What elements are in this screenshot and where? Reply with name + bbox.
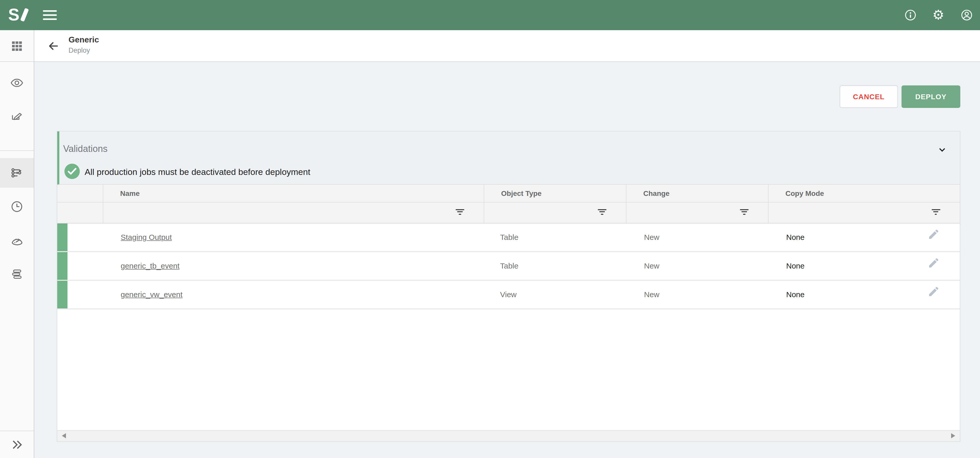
- validations-title: Validations: [63, 143, 107, 154]
- back-arrow-icon[interactable]: [47, 40, 59, 52]
- menu-icon[interactable]: [43, 10, 57, 20]
- sidebar-divider: [0, 150, 34, 151]
- page-title: Generic: [68, 35, 99, 45]
- header-cell-object-type[interactable]: Object Type: [484, 184, 627, 202]
- filter-cell-indicator: [57, 202, 103, 223]
- copy-mode-value: None: [786, 252, 805, 280]
- row-status-indicator: [57, 280, 67, 308]
- sidebar-item-edit[interactable]: [0, 104, 34, 129]
- sidebar-item-apps[interactable]: [0, 33, 34, 59]
- copy-mode-value: None: [786, 223, 805, 251]
- object-type-value: Table: [500, 223, 519, 251]
- edit-pencil-icon[interactable]: [928, 228, 940, 240]
- history-clock-icon: [10, 200, 24, 213]
- validation-message: All production jobs must be deactivated …: [84, 167, 310, 177]
- change-value: New: [644, 280, 659, 308]
- apps-grid-icon: [11, 40, 23, 52]
- left-sidebar: [0, 30, 34, 458]
- page-header: Generic Deploy: [34, 30, 980, 62]
- brand-logo-letter: S: [8, 6, 19, 23]
- validation-passed-icon: [64, 164, 80, 179]
- table-row[interactable]: Staging Output Table New None: [57, 223, 959, 252]
- info-icon[interactable]: [904, 9, 916, 21]
- scroll-right-arrow[interactable]: [951, 433, 955, 438]
- object-name-link[interactable]: generic_vw_event: [121, 290, 183, 299]
- row-status-indicator: [57, 223, 67, 251]
- sidebar-divider: [0, 61, 34, 62]
- pipeline-flow-icon: [10, 166, 24, 180]
- header-cell-indicator: [57, 184, 103, 202]
- sidebar-divider: [0, 431, 34, 431]
- edit-pencil-icon[interactable]: [928, 285, 940, 297]
- change-value: New: [644, 223, 659, 251]
- filter-cell-name[interactable]: [103, 202, 484, 223]
- object-type-value: View: [500, 280, 517, 308]
- edit-compose-icon: [10, 110, 24, 123]
- edit-pencil-icon[interactable]: [928, 256, 940, 269]
- copy-mode-value: None: [786, 280, 805, 308]
- topbar-actions: ⚙: [904, 0, 973, 30]
- filter-icon[interactable]: [598, 209, 606, 215]
- brand-logo[interactable]: S: [8, 6, 27, 23]
- change-value: New: [644, 252, 659, 280]
- scroll-left-arrow[interactable]: [62, 433, 66, 438]
- deploy-card: Validations All production jobs must be …: [57, 131, 960, 442]
- column-label: Change: [627, 189, 670, 197]
- filter-icon[interactable]: [931, 209, 940, 215]
- row-status-indicator: [57, 252, 67, 280]
- column-label: Copy Mode: [768, 189, 824, 197]
- page-title-block: Generic Deploy: [68, 35, 99, 55]
- brand-logo-slash: [20, 8, 29, 22]
- sidebar-item-view[interactable]: [0, 70, 34, 95]
- header-cell-copy-mode[interactable]: Copy Mode: [768, 184, 959, 202]
- object-name-link[interactable]: generic_tb_event: [121, 261, 180, 270]
- object-type-value: Table: [500, 252, 519, 280]
- filter-cell-copy-mode[interactable]: [768, 202, 959, 223]
- data-stack-icon: [10, 267, 24, 281]
- filter-cell-object-type[interactable]: [484, 202, 627, 223]
- chevron-down-icon[interactable]: [937, 145, 946, 154]
- object-name-link[interactable]: Staging Output: [121, 233, 172, 242]
- sidebar-item-pipeline-active[interactable]: [0, 158, 34, 188]
- gauge-dashboard-icon: [10, 234, 24, 247]
- deploy-page: S ⚙: [0, 0, 980, 458]
- horizontal-scrollbar[interactable]: [57, 430, 959, 441]
- header-cell-name[interactable]: Name: [103, 184, 484, 202]
- filter-icon[interactable]: [740, 209, 749, 215]
- sidebar-item-history[interactable]: [0, 194, 34, 219]
- account-icon[interactable]: [960, 9, 973, 21]
- settings-gear-icon[interactable]: ⚙: [932, 9, 945, 21]
- top-app-bar: S ⚙: [0, 0, 980, 30]
- column-label: Name: [103, 189, 140, 197]
- filter-cell-change[interactable]: [627, 202, 768, 223]
- view-eye-icon: [10, 76, 24, 89]
- sidebar-item-monitor[interactable]: [0, 227, 34, 253]
- deploy-button[interactable]: DEPLOY: [902, 86, 960, 108]
- sidebar-expand-button[interactable]: [0, 432, 34, 457]
- expand-double-chevron-icon: [10, 437, 24, 452]
- column-label: Object Type: [484, 189, 541, 197]
- page-subtitle: Deploy: [68, 46, 99, 55]
- sidebar-item-data[interactable]: [0, 261, 34, 287]
- header-cell-change[interactable]: Change: [627, 184, 768, 202]
- table-row[interactable]: generic_tb_event Table New None: [57, 252, 959, 280]
- cancel-button[interactable]: CANCEL: [840, 86, 898, 108]
- table-filter-row: [57, 202, 959, 223]
- filter-icon[interactable]: [456, 209, 464, 215]
- validations-panel[interactable]: Validations All production jobs must be …: [57, 131, 959, 184]
- table-row[interactable]: generic_vw_event View New None: [57, 280, 959, 309]
- table-header-row: Name Object Type Change Copy Mode: [57, 184, 959, 202]
